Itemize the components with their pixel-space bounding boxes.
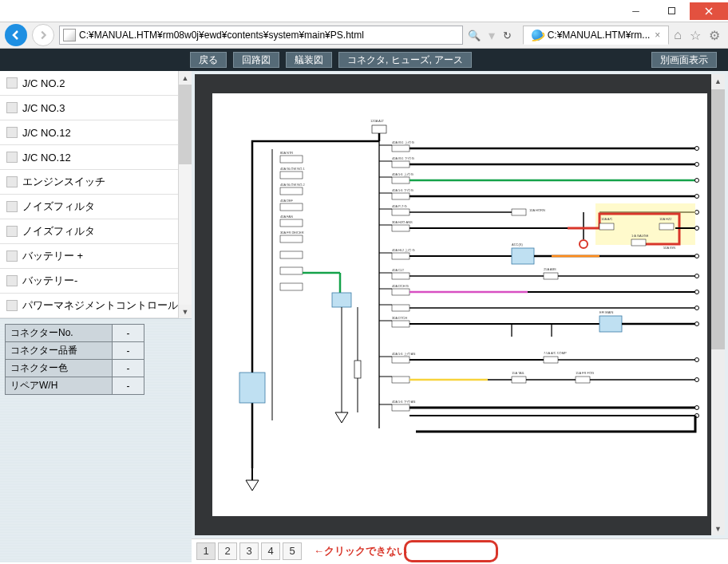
svg-point-87 <box>695 290 699 294</box>
info-value: - <box>113 360 144 377</box>
scroll-up-icon[interactable]: ▲ <box>711 74 725 88</box>
svg-text:40A CLT: 40A CLT <box>392 268 405 272</box>
svg-text:15A TAIL: 15A TAIL <box>512 371 525 375</box>
list-item[interactable]: バッテリー + <box>0 244 192 269</box>
scroll-down-icon[interactable]: ▼ <box>179 305 192 318</box>
info-label: リペアW/H <box>6 377 113 395</box>
svg-rect-44 <box>392 193 410 199</box>
svg-point-34 <box>695 147 699 151</box>
right-bus: 40A IG1 上付·G 40A IG1 下付·G 40A <box>392 140 699 432</box>
list-item[interactable]: J/C NO.12 <box>0 120 192 145</box>
diagram-panel: 120A ALT 80A NTR 40A GLOW NO.1 40A <box>192 71 728 562</box>
svg-rect-92 <box>392 321 410 327</box>
list-item-label: J/C NO.2 <box>22 77 65 89</box>
pagination: 1 2 3 4 5 ←クリックできない <box>192 538 728 562</box>
svg-rect-116 <box>392 404 410 411</box>
page-button-4[interactable]: 4 <box>261 542 280 560</box>
list-item[interactable]: J/C NO.2 <box>0 71 192 96</box>
search-icon[interactable]: 🔍 <box>468 30 481 41</box>
other-screen-button[interactable]: 別画面表示 <box>651 52 717 68</box>
svg-rect-12 <box>280 203 303 211</box>
nav-back-button[interactable] <box>5 24 27 46</box>
url-input[interactable]: C:¥MANUAL.HTM¥rm08w0j¥ewd¥contents¥syste… <box>59 26 463 45</box>
svg-text:80A NTR: 80A NTR <box>280 151 293 155</box>
table-row: コネクター色- <box>6 360 144 377</box>
mount-button[interactable]: 艤装図 <box>286 52 332 68</box>
list-item-label: パワーマネジメントコントロール <box>22 298 178 313</box>
info-value: - <box>113 325 144 342</box>
svg-text:40A HL2 上付·G: 40A HL2 上付·G <box>392 248 415 252</box>
svg-rect-70 <box>392 253 410 259</box>
sidebar-scrollbar[interactable]: ▲ ▼ <box>178 71 192 318</box>
item-icon <box>6 77 18 89</box>
ie-icon <box>532 30 543 41</box>
svg-text:40A DCH·G: 40A DCH·G <box>392 284 409 288</box>
info-value: - <box>113 342 144 360</box>
svg-rect-6 <box>280 156 303 163</box>
svg-rect-2 <box>372 125 386 133</box>
diagram-viewport[interactable]: 120A ALT 80A NTR 40A GLOW NO.1 40A <box>195 74 725 535</box>
svg-point-75 <box>695 254 699 258</box>
home-icon[interactable]: ⌂ <box>674 28 682 43</box>
svg-text:1·A GAUGE: 1·A GAUGE <box>631 234 649 238</box>
svg-rect-18 <box>280 251 303 258</box>
list-item[interactable]: バッテリー- <box>0 269 192 294</box>
list-item[interactable]: エンジンスイッチ <box>0 170 192 195</box>
svg-text:25A ABS: 25A ABS <box>544 267 556 271</box>
svg-point-38 <box>695 163 699 167</box>
svg-rect-107 <box>392 377 410 383</box>
annotation-highlight <box>404 540 498 562</box>
page-button-2[interactable]: 2 <box>218 542 237 560</box>
tab-close-icon[interactable]: × <box>655 30 660 41</box>
svg-marker-25 <box>335 412 348 423</box>
scroll-down-icon[interactable]: ▼ <box>711 522 725 535</box>
component-list[interactable]: J/C NO.2 J/C NO.3 J/C NO.12 J/C NO.12 エン… <box>0 71 192 318</box>
back-button[interactable]: 戻る <box>190 52 227 68</box>
connectors-button[interactable]: コネクタ, ヒューズ, アース <box>338 52 472 68</box>
nav-forward-button[interactable] <box>32 24 54 46</box>
item-icon <box>6 201 18 212</box>
tools-icon[interactable]: ⚙ <box>709 28 720 43</box>
list-item[interactable]: パワーマネジメントコントロール <box>0 294 192 318</box>
minimize-button[interactable]: ─ <box>618 2 654 20</box>
browser-tab[interactable]: C:¥MANUAL.HTM¥rm... × <box>523 26 670 45</box>
svg-point-53 <box>695 211 699 215</box>
scroll-thumb[interactable] <box>711 89 725 349</box>
page-button-1[interactable]: 1 <box>196 542 216 560</box>
maximize-button[interactable] <box>654 2 690 20</box>
address-controls: 🔍 ▾ ↻ <box>468 28 512 43</box>
svg-rect-26 <box>239 373 265 403</box>
svg-text:40A DEF: 40A DEF <box>280 199 294 203</box>
page-button-3[interactable]: 3 <box>239 542 259 560</box>
left-fuse-column: 80A NTR 40A GLOW NO.1 40A GLOW NO.2 40A … <box>280 151 305 290</box>
item-icon <box>6 275 18 286</box>
close-button[interactable] <box>690 2 728 20</box>
scroll-thumb[interactable] <box>179 85 192 164</box>
list-item[interactable]: ノイズフィルタ <box>0 195 192 219</box>
page-button-5[interactable]: 5 <box>283 542 302 560</box>
circuit-button[interactable]: 回路図 <box>233 52 279 68</box>
svg-rect-63 <box>659 223 674 230</box>
svg-rect-8 <box>280 172 303 179</box>
window-titlebar: ─ <box>0 0 728 22</box>
svg-marker-4 <box>246 480 259 491</box>
refresh-icon[interactable]: ↻ <box>503 30 512 41</box>
svg-rect-57 <box>392 225 410 231</box>
svg-rect-103 <box>544 357 558 363</box>
svg-rect-36 <box>392 161 410 168</box>
svg-text:40A GLOW NO.2: 40A GLOW NO.2 <box>280 183 305 187</box>
svg-text:40A FAN: 40A FAN <box>280 215 293 219</box>
svg-point-65 <box>695 227 699 231</box>
svg-rect-61 <box>631 239 646 246</box>
list-item[interactable]: J/C NO.12 <box>0 145 192 170</box>
svg-point-90 <box>695 306 699 310</box>
svg-text:40A 5·6 下付·G: 40A 5·6 下付·G <box>392 188 413 192</box>
scroll-up-icon[interactable]: ▲ <box>179 71 192 85</box>
item-icon <box>6 250 18 262</box>
favorites-icon[interactable]: ☆ <box>690 28 701 43</box>
list-item[interactable]: J/C NO.3 <box>0 96 192 120</box>
sidebar: J/C NO.2 J/C NO.3 J/C NO.12 J/C NO.12 エン… <box>0 71 192 562</box>
list-item[interactable]: ノイズフィルタ <box>0 219 192 244</box>
list-item-label: エンジンスイッチ <box>22 175 105 189</box>
diagram-scrollbar[interactable]: ▲ ▼ <box>711 74 725 535</box>
